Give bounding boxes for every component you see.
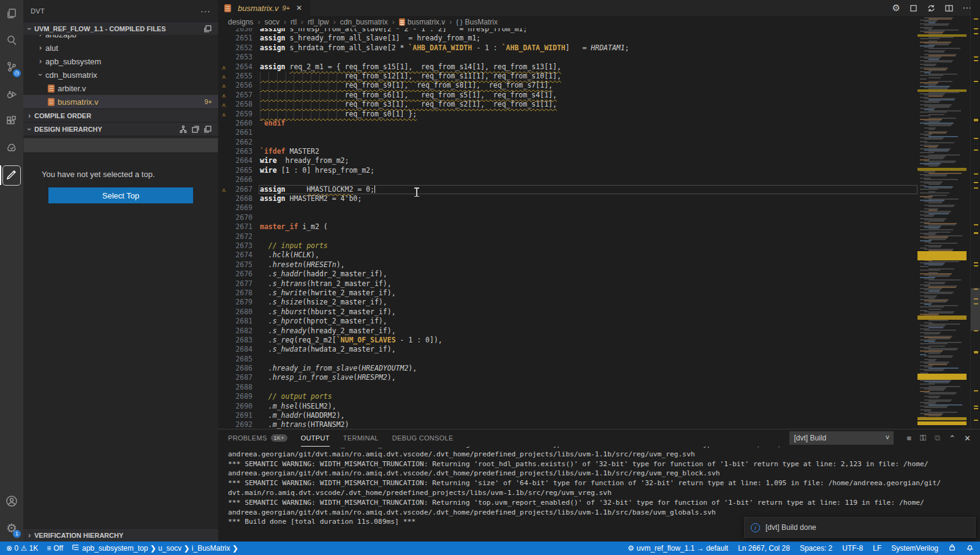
code-line-2680[interactable]: 2680 .s_hburst(hburst_2_master_if), (218, 308, 917, 317)
collapse-all-icon[interactable] (203, 125, 212, 134)
code-line-2685[interactable]: 2685 (218, 355, 917, 364)
status-eol[interactable]: LF (873, 544, 881, 553)
code-line-2668[interactable]: 2668assign HMASTERM2 = 4'b0; (218, 194, 917, 203)
code-area[interactable]: 2650assign s_hresp_from_all_slave[2 * 2 … (218, 25, 917, 429)
code-line-2681[interactable]: 2681 .s_hprot(hprot_2_master_if), (218, 317, 917, 326)
clear-output-icon[interactable]: ≡ (906, 434, 911, 443)
code-line-2692[interactable]: 2692 .m_htrans(HTRANSM2) (218, 420, 917, 429)
code-line-2665[interactable]: 2665wire [1 : 0] hresp_from_m2; (218, 166, 917, 175)
code-line-2683[interactable]: 2683 .s_req(req_2_m2[`NUM_OF_SLAVES - 1 … (218, 336, 917, 345)
explorer-icon[interactable] (0, 0, 23, 27)
status-cursor-position[interactable]: Ln 2667, Col 28 (738, 544, 790, 553)
code-line-2690[interactable]: 2690 .m_hsel(HSELM2), (218, 402, 917, 411)
code-line-2659[interactable]: ⚠2659 req_from_s0[1] }; (218, 110, 917, 119)
settings-gear-icon[interactable]: ⚙ 1 (0, 515, 23, 542)
breadcrumb-item-socv[interactable]: socv (264, 18, 279, 26)
breadcrumb-item-busmatrix-v[interactable]: busmatrix.v (408, 18, 445, 26)
minimap[interactable] (917, 16, 970, 429)
code-line-2662[interactable]: 2662 (218, 138, 917, 147)
code-line-2671[interactable]: 2671master_if i_m2 ( (218, 222, 917, 232)
unlock-icon[interactable]: ⚿ (920, 433, 926, 443)
status-language-mode[interactable]: SystemVerilog (891, 544, 938, 553)
code-line-2664[interactable]: 2664wire hready_from_m2; (218, 156, 917, 165)
notification-toast[interactable]: i [dvt] Build done (744, 517, 976, 538)
code-line-2673[interactable]: 2673 // input ports (218, 241, 917, 251)
section-verification-hierarchy[interactable]: › VERIFICATION HIERARCHY (23, 528, 218, 542)
status-problems[interactable]: ⊗ 0 ⚠ 1K (6, 544, 38, 553)
panel-tab-problems[interactable]: PROBLEMS1K+ (228, 429, 287, 447)
code-line-2689[interactable]: 2689 // output ports (218, 392, 917, 401)
code-line-2674[interactable]: 2674 .hclk(HCLK), (218, 251, 917, 260)
code-line-2654[interactable]: ⚠2654assign req_2_m1 = { req_from_s15[1]… (218, 62, 917, 72)
tree-item-cdn_busmatrix[interactable]: ›cdn_busmatrix (23, 68, 218, 81)
code-line-2667[interactable]: ⚠2667assign HMASTLOCKM2 = 0; (218, 185, 917, 194)
overview-ruler-scrollbar[interactable] (970, 0, 980, 429)
code-line-2655[interactable]: ⚠2655 req_from_s12[1], req_from_s11[1], … (218, 72, 917, 81)
section-design-hierarchy[interactable]: › DESIGN HIERARCHY (23, 122, 218, 135)
code-line-2656[interactable]: ⚠2656 req_from_s9[1], req_from_s8[1], re… (218, 81, 917, 90)
code-line-2691[interactable]: 2691 .m_haddr(HADDRM2), (218, 411, 917, 420)
split-icon[interactable]: ⧉ (935, 433, 940, 443)
code-line-2687[interactable]: 2687 .hresp_in_from_slave(HRESPM2), (218, 373, 917, 382)
tree-item-busmatrix-v[interactable]: busmatrix.v9+ (23, 95, 218, 108)
status-encoding[interactable]: UTF-8 (842, 544, 863, 553)
extensions-icon[interactable] (0, 108, 23, 135)
maximize-panel-icon[interactable]: ⌃ (949, 434, 955, 443)
code-line-2651[interactable]: 2651assign s_hready_from_all_slave[1] = … (218, 34, 917, 43)
run-debug-icon[interactable] (0, 81, 23, 108)
breadcrumb-item-cdn_busmatrix[interactable]: cdn_busmatrix (340, 18, 388, 26)
gear-icon[interactable]: ⚙ (892, 2, 900, 13)
status-hierarchy-path[interactable]: apb_subsystem_top ❯ u_socv ❯ i_BusMatrix… (72, 543, 238, 553)
dvt-editor-icon[interactable] (0, 162, 23, 189)
breadcrumb-item-rtl[interactable]: rtl (291, 18, 297, 26)
code-line-2676[interactable]: 2676 .s_haddr(haddr_2_master_if), (218, 270, 917, 279)
code-line-2652[interactable]: 2652assign s_hrdata_from_all_slave[2 * `… (218, 43, 917, 53)
panel-tab-debug-console[interactable]: DEBUG CONSOLE (392, 429, 454, 447)
code-line-2677[interactable]: 2677 .s_htrans(htran_2_master_if), (218, 279, 917, 289)
code-line-2675[interactable]: 2675 .hresetn(HRESETn), (218, 260, 917, 270)
breadcrumb-item-BusMatrix[interactable]: BusMatrix (465, 18, 498, 26)
status-lint-toggle[interactable]: ≡Off (47, 544, 63, 553)
breadcrumb-item-rtl_lpw[interactable]: rtl_lpw (308, 18, 329, 26)
close-icon[interactable]: ✕ (964, 434, 971, 443)
code-line-2653[interactable]: 2653 (218, 53, 917, 62)
tree-item-apb_subsystem[interactable]: ›apb_subsystem (23, 55, 218, 68)
collapse-all-icon[interactable] (203, 25, 212, 33)
code-line-2679[interactable]: 2679 .s_hsize(hsize_2_master_if), (218, 298, 917, 307)
code-line-2661[interactable]: 2661 (218, 128, 917, 137)
dvt-analysis-icon[interactable]: ◷ (0, 54, 23, 81)
code-line-2686[interactable]: 2686 .hready_in_from_slave(HREADYOUTM2), (218, 364, 917, 373)
sidebar-more-icon[interactable]: ··· (200, 6, 211, 16)
tree-item-alut[interactable]: ›alut (23, 41, 218, 55)
verification-icon[interactable] (0, 135, 23, 162)
hierarchy-filter-input[interactable] (23, 138, 218, 153)
sync-icon[interactable] (927, 4, 936, 13)
square-icon[interactable] (909, 4, 918, 13)
status-project[interactable]: ⚙uvm_ref_flow_1.1 → default (628, 544, 728, 553)
panel-tab-output[interactable]: OUTPUT (301, 429, 330, 447)
status-notifications[interactable] (966, 543, 974, 553)
tree-item-ahb2apb[interactable]: ›ahb2apb (23, 35, 218, 41)
code-line-2657[interactable]: ⚠2657 req_from_s6[1], req_from_s5[1], re… (218, 91, 917, 100)
code-line-2678[interactable]: 2678 .s_hwrite(hwrite_2_master_if), (218, 289, 917, 298)
code-line-2663[interactable]: 2663`ifdef MASTER2 (218, 147, 917, 156)
code-line-2682[interactable]: 2682 .s_hready(hready_2_master_if), (218, 327, 917, 336)
search-icon[interactable] (0, 27, 23, 54)
panel-tab-terminal[interactable]: TERMINAL (343, 429, 379, 447)
breadcrumb-item-designs[interactable]: designs (228, 18, 253, 26)
code-line-2684[interactable]: 2684 .s_hwdata(hwdata_2_master_if), (218, 345, 917, 354)
code-line-2672[interactable]: 2672 (218, 232, 917, 241)
output-channel-select[interactable]: [dvt] Build˅ (789, 431, 894, 445)
tree-item-arbiter-v[interactable]: arbiter.v (23, 81, 218, 95)
open-new-icon[interactable] (191, 125, 200, 134)
tab-busmatrix[interactable]: busmatrix.v 9+ ✕ (218, 0, 310, 16)
hierarchy-icon[interactable] (179, 125, 188, 134)
code-line-2670[interactable]: 2670 (218, 213, 917, 222)
close-icon[interactable]: ✕ (296, 4, 302, 12)
code-line-2658[interactable]: ⚠2658 req_from_s3[1], req_from_s2[1], re… (218, 100, 917, 109)
status-tabs-lock[interactable] (948, 543, 956, 553)
scrollbar-thumb[interactable] (971, 288, 980, 331)
code-line-2669[interactable]: 2669 (218, 203, 917, 213)
section-compiled-files[interactable]: › UVM_REF_FLOW_1.1 - COMPILED FILES (23, 21, 218, 35)
code-line-2666[interactable]: 2666 (218, 175, 917, 184)
